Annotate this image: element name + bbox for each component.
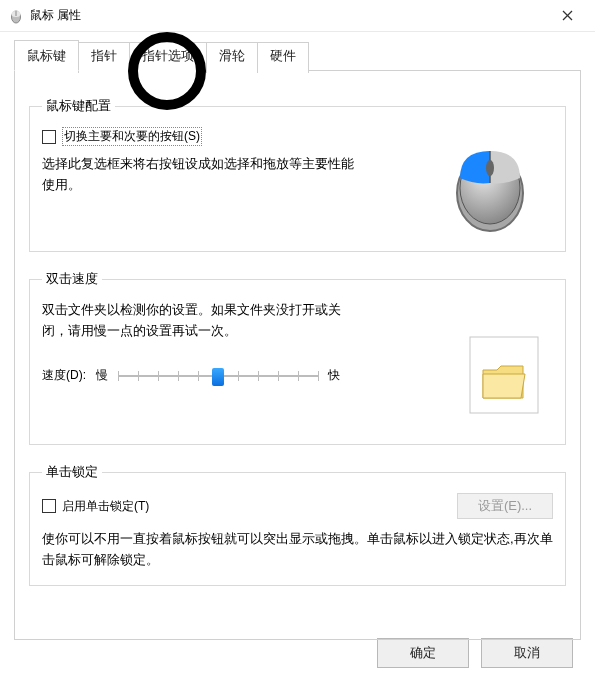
group-click-lock-legend: 单击锁定	[42, 463, 102, 481]
test-folder-target[interactable]	[469, 336, 539, 414]
window-title: 鼠标 属性	[30, 7, 547, 24]
group-click-lock: 单击锁定 启用单击锁定(T) 设置(E)... 使你可以不用一直按着鼠标按钮就可…	[29, 463, 566, 586]
checkbox-box-icon	[42, 130, 56, 144]
tab-pointer[interactable]: 指针	[78, 42, 130, 73]
click-lock-label: 启用单击锁定(T)	[62, 498, 149, 515]
tab-panel: 鼠标键配置 切换主要和次要的按钮(S) 选择此复选框来将右按钮设成如选择和拖放等…	[14, 70, 581, 640]
speed-label: 速度(D):	[42, 367, 86, 384]
group-double-click-legend: 双击速度	[42, 270, 102, 288]
swap-buttons-label: 切换主要和次要的按钮(S)	[62, 127, 202, 146]
titlebar: 鼠标 属性	[0, 0, 595, 32]
mouse-icon	[8, 8, 24, 24]
group-button-config: 鼠标键配置 切换主要和次要的按钮(S) 选择此复选框来将右按钮设成如选择和拖放等…	[29, 97, 566, 252]
double-click-speed-slider[interactable]	[118, 366, 318, 386]
double-click-desc: 双击文件夹以检测你的设置。如果文件夹没打开或关闭，请用慢一点的设置再试一次。	[42, 300, 362, 342]
click-lock-settings-button: 设置(E)...	[457, 493, 553, 519]
svg-point-8	[486, 160, 494, 176]
checkbox-box-icon	[42, 499, 56, 513]
speed-slow-label: 慢	[96, 367, 108, 384]
swap-buttons-desc: 选择此复选框来将右按钮设成如选择和拖放等主要性能使用。	[42, 154, 362, 196]
tab-hardware[interactable]: 硬件	[257, 42, 309, 73]
tab-buttons[interactable]: 鼠标键	[14, 40, 79, 71]
click-lock-desc: 使你可以不用一直按着鼠标按钮就可以突出显示或拖拽。单击鼠标以进入锁定状态,再次单…	[42, 529, 553, 571]
dialog-footer: 确定 取消	[377, 638, 573, 668]
cancel-button[interactable]: 取消	[481, 638, 573, 668]
slider-thumb-icon	[212, 368, 224, 386]
group-button-config-legend: 鼠标键配置	[42, 97, 115, 115]
tab-strip: 鼠标键 指针 指针选项 滑轮 硬件	[14, 40, 581, 71]
tab-pointer-options[interactable]: 指针选项	[129, 42, 207, 73]
mouse-illustration	[445, 133, 535, 223]
group-double-click: 双击速度 双击文件夹以检测你的设置。如果文件夹没打开或关闭，请用慢一点的设置再试…	[29, 270, 566, 445]
tab-wheel[interactable]: 滑轮	[206, 42, 258, 73]
click-lock-checkbox[interactable]: 启用单击锁定(T)	[42, 498, 149, 515]
ok-button[interactable]: 确定	[377, 638, 469, 668]
close-button[interactable]	[547, 2, 587, 30]
speed-fast-label: 快	[328, 367, 340, 384]
